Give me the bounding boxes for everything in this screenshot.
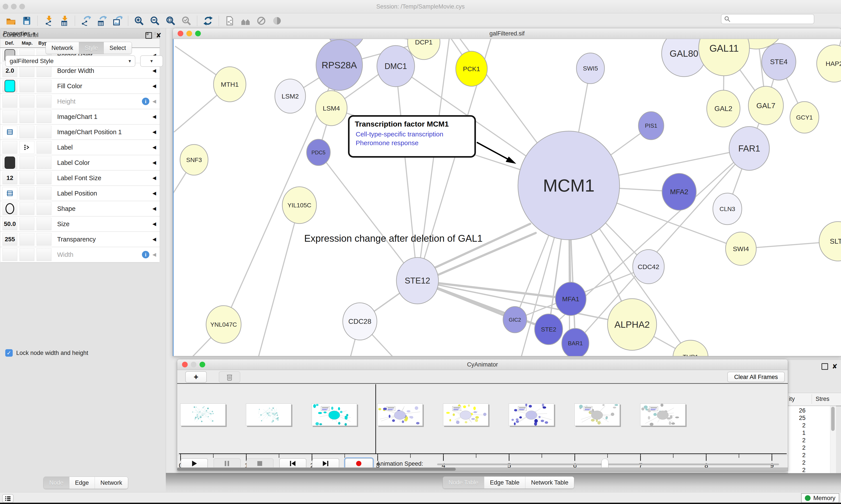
info-icon[interactable]: i (142, 98, 149, 105)
bypass-cell[interactable] (37, 126, 52, 138)
table-cell[interactable]: 2 (788, 445, 806, 451)
default-value-cell[interactable] (2, 95, 17, 108)
expand-row-icon[interactable]: ◀ (153, 206, 156, 212)
table-cell[interactable]: 2 (788, 437, 806, 444)
bypass-cell[interactable] (37, 218, 52, 230)
network-canvas[interactable]: DCP1RPS28ADMC1PCK1SWI5GAL80GAL11STE4HAP2… (173, 39, 841, 356)
prev-frame-button[interactable] (279, 458, 306, 469)
expand-row-icon[interactable]: ◀ (153, 83, 156, 89)
app-close-icon[interactable] (3, 4, 8, 10)
bypass-cell[interactable] (37, 110, 52, 123)
table-cell[interactable]: 2 (788, 422, 806, 429)
expand-row-icon[interactable]: ◀ (153, 252, 156, 257)
tab-edge[interactable]: Edge (69, 477, 95, 489)
default-value-cell[interactable] (2, 141, 17, 154)
property-row-width[interactable]: Widthi◀ (0, 247, 160, 263)
minimize-window-icon[interactable] (186, 31, 192, 36)
table-cell[interactable]: 25 (788, 415, 806, 421)
mapping-cell[interactable] (19, 248, 34, 261)
expand-row-icon[interactable]: ◀ (153, 98, 156, 104)
zoom-window-icon[interactable] (195, 31, 201, 36)
table-scrollbar[interactable] (830, 406, 836, 473)
bypass-cell[interactable] (37, 95, 52, 108)
mapping-cell[interactable] (19, 110, 34, 123)
mapping-cell[interactable] (19, 126, 34, 138)
frame-thumbnail-4[interactable] (377, 403, 423, 426)
default-value-cell[interactable] (2, 156, 17, 169)
float-panel-icon[interactable] (822, 363, 828, 370)
mapping-cell[interactable] (19, 202, 34, 215)
expand-row-icon[interactable]: ◀ (153, 129, 156, 135)
mapping-cell[interactable] (19, 233, 34, 246)
frame-thumbnail-6[interactable] (509, 403, 554, 426)
expand-row-icon[interactable]: ◀ (153, 175, 156, 181)
bypass-cell[interactable] (37, 156, 52, 169)
bypass-cell[interactable] (37, 80, 52, 92)
expand-all-icon[interactable]: » (144, 32, 152, 35)
table-cell[interactable]: 2 (788, 459, 806, 466)
expand-row-icon[interactable]: ◀ (153, 68, 156, 74)
network-graph[interactable]: DCP1RPS28ADMC1PCK1SWI5GAL80GAL11STE4HAP2… (173, 39, 841, 356)
property-row-label[interactable]: Label◀ (0, 140, 160, 155)
export-image-icon[interactable] (111, 15, 124, 27)
frame-thumbnail-3[interactable] (312, 403, 357, 426)
bypass-cell[interactable] (37, 172, 52, 184)
bypass-cell[interactable] (37, 141, 52, 154)
mapping-cell[interactable] (19, 95, 34, 108)
mapping-cell[interactable] (19, 80, 34, 92)
zoom-out-icon[interactable] (149, 15, 161, 27)
property-row-size[interactable]: 50.0Size◀ (0, 217, 160, 232)
default-value-cell[interactable]: 50.0 (2, 218, 17, 230)
mcm1-annotation[interactable]: Transcription factor MCM1 Cell-type-spec… (348, 115, 476, 158)
clear-all-frames-button[interactable]: Clear All Frames (727, 372, 785, 382)
network-window-titlebar[interactable]: galFiltered.sif (173, 28, 841, 39)
bypass-cell[interactable] (37, 233, 52, 246)
app-zoom-icon[interactable] (19, 4, 25, 10)
style-select[interactable]: galFiltered Style ▾ (5, 55, 135, 67)
expand-row-icon[interactable]: ◀ (153, 191, 156, 196)
cyanimator-hscrollbar[interactable] (177, 467, 788, 471)
tab-network-table[interactable]: Network Table (525, 476, 574, 488)
bypass-cell[interactable] (37, 187, 52, 200)
close-window-icon[interactable] (178, 31, 183, 36)
table-cell[interactable]: 1 (788, 430, 806, 436)
tab-network[interactable]: Network (46, 42, 79, 54)
property-row-height[interactable]: Heighti◀ (0, 94, 160, 109)
import-table-icon[interactable] (58, 15, 70, 27)
mapping-cell[interactable] (19, 172, 34, 184)
search-field[interactable] (721, 14, 814, 24)
bypass-cell[interactable] (37, 248, 52, 261)
open-session-icon[interactable] (5, 15, 17, 27)
memory-button[interactable]: Memory (801, 493, 839, 503)
mapping-cell[interactable] (19, 218, 34, 230)
expand-row-icon[interactable]: ◀ (153, 221, 156, 227)
default-value-cell[interactable]: 255 (2, 233, 17, 246)
default-value-cell[interactable] (2, 187, 17, 200)
frame-thumbnail-5[interactable] (443, 403, 488, 426)
lock-size-checkbox[interactable]: ✓ (5, 349, 13, 357)
mapping-cell[interactable] (19, 156, 34, 169)
property-row-label-position[interactable]: Label Position◀ (0, 186, 160, 201)
tab-style[interactable]: Style (79, 42, 104, 54)
app-minimize-icon[interactable] (11, 4, 17, 10)
expand-row-icon[interactable]: ◀ (153, 144, 156, 150)
table-col-connectivity[interactable]: ity (789, 396, 795, 402)
timeline-playhead[interactable] (375, 384, 376, 453)
minimize-window-icon[interactable] (191, 362, 196, 367)
default-value-cell[interactable] (2, 126, 17, 138)
mapping-cell[interactable] (19, 187, 34, 200)
cyanimator-timeline[interactable]: 0123456789Seconds (177, 384, 788, 455)
add-frame-button[interactable]: + (185, 371, 207, 383)
frame-thumbnail-2[interactable] (246, 403, 291, 426)
record-button[interactable] (345, 458, 373, 469)
bypass-cell[interactable] (37, 202, 52, 215)
search-input[interactable] (731, 16, 810, 23)
property-row-label-color[interactable]: Label Color◀ (0, 155, 160, 170)
expand-row-icon[interactable]: ◀ (153, 160, 156, 165)
cyanimator-titlebar[interactable]: CyAnimator (177, 359, 788, 370)
close-window-icon[interactable] (182, 362, 188, 367)
play-button[interactable] (181, 458, 208, 469)
default-value-cell[interactable]: 12 (2, 172, 17, 184)
table-cell[interactable]: 2 (788, 467, 806, 473)
export-network-icon[interactable] (80, 15, 92, 27)
